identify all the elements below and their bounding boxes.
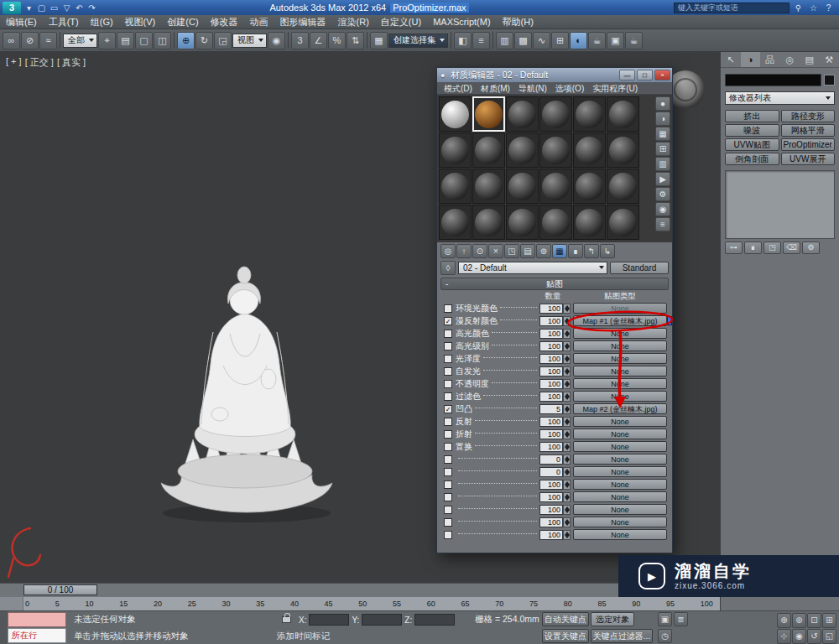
- video-color-check-icon[interactable]: ▥: [655, 157, 670, 171]
- map-amount-field[interactable]: 100: [539, 354, 563, 364]
- get-material-icon[interactable]: ◎: [440, 244, 456, 258]
- map-slot-button[interactable]: None: [573, 454, 667, 465]
- material-sample-slot[interactable]: [439, 169, 472, 204]
- material-editor-titlebar[interactable]: ● 材质编辑器 - 02 - Default — □ ×: [437, 68, 672, 82]
- isolate-selection-icon[interactable]: ▣: [658, 612, 672, 626]
- go-forward-to-sibling-icon[interactable]: ↳: [600, 244, 615, 258]
- show-map-in-viewport-icon[interactable]: ▦: [552, 244, 567, 258]
- time-slider-track[interactable]: 0 / 100: [0, 583, 720, 596]
- map-slot-button[interactable]: None: [573, 479, 667, 490]
- material-sample-slot[interactable]: [506, 169, 539, 204]
- map-checkbox[interactable]: [444, 355, 452, 363]
- map-checkbox[interactable]: [444, 480, 452, 489]
- select-object-icon[interactable]: ⌖: [98, 32, 116, 49]
- menu-help[interactable]: 帮助(H): [497, 15, 539, 29]
- viewport-menu-pov[interactable]: [ 正交 ]: [25, 56, 54, 69]
- background-icon[interactable]: ▦: [655, 127, 670, 141]
- map-amount-field[interactable]: 0: [539, 467, 563, 477]
- material-sample-slot[interactable]: [472, 96, 505, 132]
- menu-graph-editors[interactable]: 图形编辑器: [274, 15, 332, 29]
- unlink-selection-icon[interactable]: ⊘: [21, 32, 39, 49]
- material-sample-slot[interactable]: [573, 132, 606, 168]
- graphite-ribbon-icon[interactable]: ▩: [514, 32, 532, 49]
- select-and-scale-icon[interactable]: ◲: [214, 32, 232, 49]
- rendered-frame-window-icon[interactable]: ▣: [607, 32, 624, 49]
- material-sample-slot[interactable]: [506, 132, 539, 168]
- 3dsmax-logo-icon[interactable]: 3: [3, 2, 21, 14]
- spinner[interactable]: [563, 417, 571, 427]
- select-and-link-icon[interactable]: ∞: [3, 32, 20, 49]
- zoom-icon[interactable]: ⊕: [777, 613, 791, 628]
- map-checkbox[interactable]: [444, 468, 452, 476]
- pick-material-from-object-icon[interactable]: ◊: [440, 261, 456, 275]
- put-material-to-scene-icon[interactable]: ↑: [456, 244, 472, 258]
- map-checkbox[interactable]: [444, 430, 452, 439]
- bump-map-slot-button[interactable]: Map #2 (金丝楠木.jpg): [573, 403, 667, 414]
- spinner[interactable]: [563, 304, 571, 314]
- map-amount-field[interactable]: 100: [539, 505, 563, 515]
- make-preview-icon[interactable]: ▶: [655, 172, 670, 186]
- angle-snap-icon[interactable]: ∠: [310, 32, 327, 49]
- show-end-result-icon[interactable]: ∎: [744, 242, 762, 254]
- material-sample-slot[interactable]: [607, 169, 639, 204]
- map-amount-field[interactable]: 100: [539, 492, 563, 502]
- menu-customize[interactable]: 自定义(U): [375, 15, 427, 29]
- macro-recorder-field[interactable]: [8, 612, 66, 627]
- reset-map-icon[interactable]: ×: [488, 244, 503, 258]
- me-menu-navigation[interactable]: 导航(N): [515, 82, 550, 94]
- reference-coordinate-dropdown[interactable]: 视图: [232, 34, 267, 48]
- maps-rollout-header[interactable]: -贴图: [440, 278, 669, 290]
- sample-type-icon[interactable]: ●: [655, 96, 670, 111]
- map-checkbox[interactable]: [444, 493, 452, 501]
- undo-icon[interactable]: ↶: [73, 2, 86, 14]
- spinner[interactable]: [563, 442, 571, 452]
- material-name-dropdown[interactable]: 02 - Default: [458, 262, 607, 274]
- spinner[interactable]: [563, 316, 571, 326]
- map-checkbox[interactable]: [444, 455, 452, 464]
- material-sample-slot[interactable]: [472, 205, 505, 240]
- curve-editor-icon[interactable]: ∿: [533, 32, 550, 49]
- map-checkbox[interactable]: [444, 531, 452, 539]
- map-slot-button[interactable]: None: [573, 491, 667, 502]
- spinner[interactable]: [563, 404, 571, 414]
- menu-animation[interactable]: 动画: [244, 15, 274, 29]
- align-icon[interactable]: ≡: [472, 32, 490, 49]
- spinner[interactable]: [563, 379, 571, 389]
- set-key-button[interactable]: 设置关键点: [542, 629, 589, 643]
- key-filters-button[interactable]: 关键点过滤器...: [591, 629, 653, 643]
- render-production-icon[interactable]: ☕: [625, 32, 643, 49]
- map-amount-field[interactable]: 100: [539, 304, 563, 314]
- selection-lock-icon[interactable]: [282, 616, 291, 623]
- map-slot-button[interactable]: None: [573, 441, 667, 452]
- put-to-library-icon[interactable]: ▤: [520, 244, 535, 258]
- render-setup-icon[interactable]: ☕: [588, 32, 606, 49]
- modifier-button-extrude[interactable]: 挤出: [725, 110, 779, 122]
- zoom-extents-icon[interactable]: ⊡: [807, 613, 821, 628]
- material-type-button[interactable]: Standard: [610, 262, 669, 274]
- make-unique-icon[interactable]: ◳: [763, 242, 781, 254]
- map-amount-field[interactable]: 100: [539, 442, 563, 452]
- material-map-navigator-icon[interactable]: ≡: [655, 217, 670, 231]
- y-coordinate-field[interactable]: [362, 614, 402, 626]
- communication-center-icon[interactable]: ☆: [807, 2, 820, 14]
- viewport-menu-general[interactable]: [ + ]: [6, 56, 22, 69]
- modifier-button-noise[interactable]: 噪波: [725, 124, 779, 137]
- map-checkbox[interactable]: [444, 380, 452, 388]
- menu-maxscript[interactable]: MAXScript(M): [427, 15, 496, 29]
- map-amount-field[interactable]: 100: [539, 517, 563, 527]
- selection-filter-dropdown[interactable]: 全部: [63, 34, 97, 48]
- map-amount-field[interactable]: 100: [539, 429, 563, 439]
- create-tab-icon[interactable]: ↖: [721, 52, 741, 67]
- mirror-icon[interactable]: ◧: [454, 32, 472, 49]
- map-amount-field[interactable]: 100: [539, 530, 563, 540]
- viewport-menu-shading[interactable]: [ 真实 ]: [57, 56, 86, 69]
- material-sample-slot[interactable]: [539, 132, 572, 168]
- map-checkbox[interactable]: [444, 367, 452, 376]
- select-and-move-icon[interactable]: ⊕: [177, 32, 195, 49]
- modifier-button-bevelprofile[interactable]: 倒角剖面: [725, 153, 779, 165]
- map-slot-button[interactable]: None: [573, 391, 667, 402]
- map-amount-field[interactable]: 100: [539, 341, 563, 351]
- material-sample-slot[interactable]: [506, 205, 539, 240]
- map-slot-button[interactable]: None: [573, 340, 667, 351]
- map-amount-field[interactable]: 100: [539, 366, 563, 377]
